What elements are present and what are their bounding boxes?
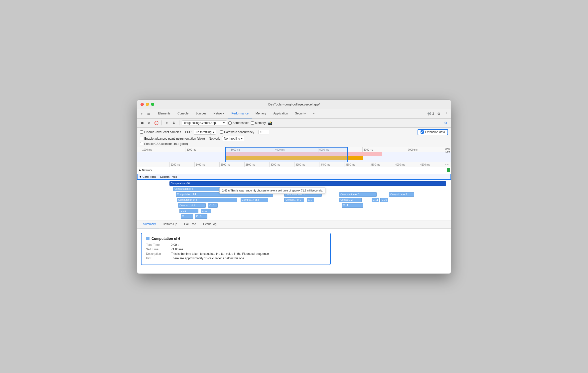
css-selector-checkbox[interactable] [140,142,143,145]
tl-tick-10: 4200 ms [419,162,444,167]
tab-performance[interactable]: Performance [228,109,252,118]
hw-value-input[interactable] [258,130,269,134]
tab-network[interactable]: Network [210,109,228,118]
tab-bar: ⌖ ▭ Elements Console Sources Network Per… [137,109,451,119]
screenshots-checkbox[interactable] [228,121,232,125]
tab-sources[interactable]: Sources [192,109,210,118]
chat-badge[interactable]: 💬 2 [428,112,434,115]
close-button[interactable] [141,103,144,106]
network-group: Network: No throttling ▾ [209,136,244,141]
flame-bar-c-low[interactable]: C... [181,214,193,219]
flame-bar-comp3-1[interactable]: Computation of 3 [177,198,237,202]
flame-bar-c1-3[interactable]: C...1 [342,203,363,208]
inspect-icon[interactable]: ⌖ [139,111,145,116]
extension-data-button[interactable]: Extension data [418,129,448,135]
total-time-value: 2.00 s [171,243,179,247]
tab-elements[interactable]: Elements [154,109,174,118]
screenshots-label: Screenshots [233,121,249,125]
network-label: Network: [209,137,221,140]
expand-icon: ▶ [139,169,141,172]
summary-box: Computation of 6 Total Time 2.00 s Self … [141,233,331,265]
cpu-throttle-select[interactable]: No throttling ▾ [194,130,216,135]
summary-row-total: Total Time 2.00 s [146,243,326,247]
flame-bar-comp2-2[interactable]: Comput... of 2 [284,198,304,202]
flame-bar-c1-4[interactable]: C...1 [179,209,198,213]
screenshots-check[interactable]: Screenshots [228,121,249,125]
flame-bar-c0-3[interactable]: C...0 [195,214,207,219]
timeline-overview[interactable]: 1000 ms 2000 ms 3000 ms 4000 ms 5000 ms [137,147,451,162]
device-icon[interactable]: ▭ [146,111,151,116]
hint-label: Hint [146,257,171,260]
flame-bar-c0-2[interactable]: C...0 [201,209,211,213]
hw-checkbox[interactable] [220,130,223,134]
badge-count: 2 [432,112,434,115]
memory-check[interactable]: Memory [251,121,266,125]
flame-bar-c-1[interactable]: C... [307,198,314,202]
advanced-paint-checkbox[interactable] [140,137,143,140]
tl-tick-1: 2400 ms [194,162,219,167]
corgi-track-header[interactable]: ▼ Corgi track — Custom Track [137,174,451,180]
tooltip-time: 2.00 s [222,189,230,192]
recording-toolbar: ⏺ ↺ 🚫 ⬆ ⬇ corgi-collage.vercel.app... ▾ … [137,119,451,128]
tab-more[interactable]: » [309,109,318,118]
capture-icon[interactable]: 📸 [267,120,273,126]
hw-concurrency-check[interactable]: Hardware concurrency [220,130,254,134]
reload-button[interactable]: ↺ [147,120,152,126]
window-controls [141,103,154,106]
tab-memory[interactable]: Memory [252,109,270,118]
minimize-button[interactable] [146,103,149,106]
maximize-button[interactable] [151,103,154,106]
ext-data-checkbox[interactable] [421,130,424,134]
download-button[interactable]: ⬇ [171,120,177,126]
selection-area[interactable] [225,147,347,162]
url-display[interactable]: corgi-collage.vercel.app... ▾ [182,120,227,125]
upload-button[interactable]: ⬆ [164,120,170,126]
clear-button[interactable]: 🚫 [153,120,159,126]
flame-bar-comp2-far[interactable]: Comput...n of 2 [389,192,414,197]
selection-handle-right[interactable] [347,147,348,162]
flame-bar-comp2-3[interactable]: Compu... 2 [339,198,362,202]
description-label: Description [146,252,171,256]
tab-application[interactable]: Application [270,109,292,118]
tab-console[interactable]: Console [174,109,192,118]
advanced-paint-check[interactable]: Enable advanced paint instrumentation (s… [140,137,205,140]
tab-call-tree[interactable]: Call Tree [181,220,200,228]
flame-bar-c0-1[interactable]: C...0 [380,198,388,202]
tab-bottom-up[interactable]: Bottom-Up [159,220,180,228]
css-selector-check[interactable]: Enable CSS selector stats (slow) [140,142,188,146]
record-button[interactable]: ⏺ [140,120,145,126]
disable-js-checkbox[interactable] [140,130,143,134]
flame-chart[interactable]: Computation of 6 Computation of 5 Comput… [137,180,451,220]
tab-security[interactable]: Security [292,109,309,118]
gear-icon[interactable]: ⚙ [443,120,448,126]
css-selector-label: Enable CSS selector stats (slow) [144,142,188,146]
summary-title-text: Computation of 6 [151,237,180,241]
memory-label: Memory [255,121,266,125]
summary-title: Computation of 6 [146,237,326,241]
network-track-row[interactable]: ▶ Network [137,167,451,173]
summary-color-box [146,237,149,240]
network-throttle-select[interactable]: No throttling ▾ [222,136,244,141]
devtools-body: ⌖ ▭ Elements Console Sources Network Per… [137,109,451,274]
options-bar: Disable JavaScript samples CPU: No throt… [137,128,451,147]
flame-bar-comp6[interactable]: Computation of 6 [169,181,446,186]
more-icon[interactable]: ⋮ [443,111,449,116]
flame-bar-c1-1[interactable]: C...1 [372,198,379,202]
flame-bar-c1-2[interactable]: C...1 [208,203,218,208]
tab-summary[interactable]: Summary [140,220,159,228]
tab-event-log[interactable]: Event Log [200,220,220,228]
hint-value: There are approximately 15 calculations … [171,257,244,260]
memory-checkbox[interactable] [251,121,254,125]
settings-icon[interactable]: ⚙ [436,111,441,116]
window-title: DevTools - corgi-collage.vercel.app/ [268,102,320,106]
tl-tick-11: 440 [444,162,451,167]
selection-handle-left[interactable] [225,147,226,162]
options-row-1: Disable JavaScript samples CPU: No throt… [140,129,448,135]
flame-bar-comp2-1[interactable]: Comput...n of 2 [241,198,268,202]
cpu-label-overlay: CPU [445,148,450,150]
flame-bar-comp2-4[interactable]: Comput... of 2 [178,203,206,208]
titlebar: DevTools - corgi-collage.vercel.app/ [137,100,451,109]
flame-bar-comp3-r2[interactable]: Computation of 3 [339,192,377,197]
net-label-overlay: NET [445,151,450,153]
disable-js-check[interactable]: Disable JavaScript samples [140,130,181,134]
